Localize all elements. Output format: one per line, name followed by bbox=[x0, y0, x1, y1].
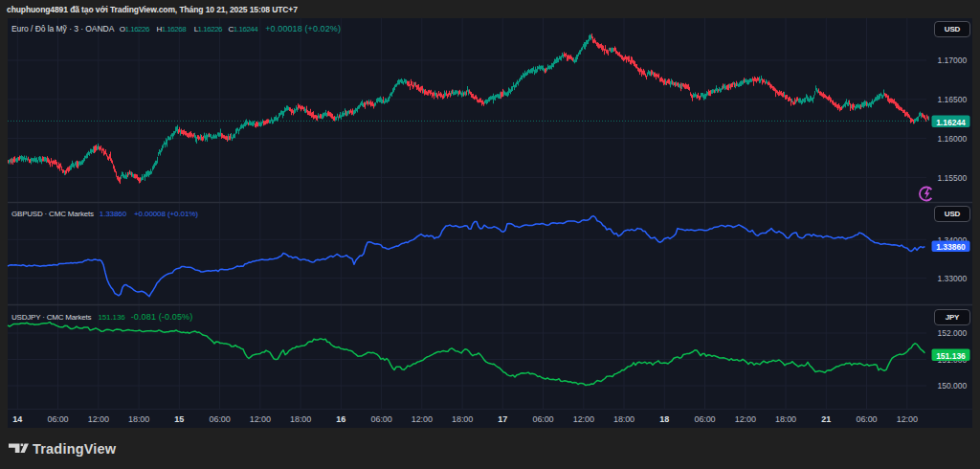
svg-text:1.17000: 1.17000 bbox=[938, 56, 968, 65]
svg-text:1.33000: 1.33000 bbox=[938, 274, 968, 283]
svg-text:1.16500: 1.16500 bbox=[938, 95, 968, 104]
svg-text:06:00: 06:00 bbox=[210, 414, 231, 424]
svg-text:12:00: 12:00 bbox=[88, 414, 109, 424]
svg-text:15: 15 bbox=[174, 414, 184, 424]
svg-text:18:00: 18:00 bbox=[775, 414, 796, 424]
svg-text:16: 16 bbox=[336, 414, 345, 424]
svg-text:06:00: 06:00 bbox=[371, 414, 392, 424]
svg-text:150.000: 150.000 bbox=[938, 381, 968, 391]
svg-text:12:00: 12:00 bbox=[735, 414, 756, 424]
svg-text:17: 17 bbox=[498, 414, 507, 424]
svg-text:1.33860: 1.33860 bbox=[936, 242, 966, 252]
svg-text:12:00: 12:00 bbox=[573, 414, 594, 424]
svg-text:1.16244: 1.16244 bbox=[936, 118, 966, 127]
svg-text:18:00: 18:00 bbox=[613, 414, 635, 424]
svg-text:06:00: 06:00 bbox=[532, 414, 553, 424]
svg-text:14: 14 bbox=[12, 414, 22, 424]
svg-text:18:00: 18:00 bbox=[452, 414, 473, 424]
svg-text:1.16000: 1.16000 bbox=[938, 134, 968, 144]
svg-text:12:00: 12:00 bbox=[250, 414, 271, 424]
svg-text:18:00: 18:00 bbox=[128, 414, 149, 424]
svg-text:18: 18 bbox=[659, 414, 669, 424]
svg-text:151.136: 151.136 bbox=[936, 351, 966, 361]
svg-text:21: 21 bbox=[821, 414, 831, 424]
svg-text:1.15500: 1.15500 bbox=[938, 173, 968, 183]
svg-text:06:00: 06:00 bbox=[47, 414, 68, 424]
svg-text:18:00: 18:00 bbox=[290, 414, 311, 424]
svg-text:12:00: 12:00 bbox=[412, 414, 433, 424]
svg-text:06:00: 06:00 bbox=[856, 414, 877, 424]
svg-text:12:00: 12:00 bbox=[897, 414, 918, 424]
svg-text:152.000: 152.000 bbox=[938, 328, 968, 338]
svg-text:06:00: 06:00 bbox=[694, 414, 715, 424]
